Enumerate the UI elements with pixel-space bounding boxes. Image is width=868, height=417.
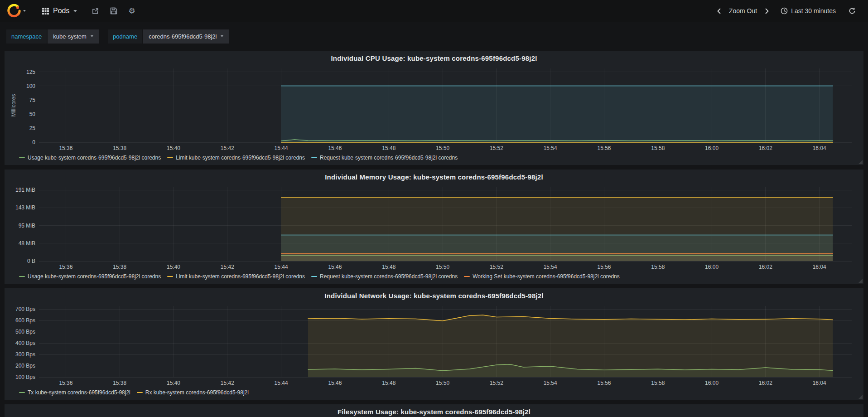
grafana-logo-icon [7,4,21,18]
panel-network-usage: Individual Network Usage: kube-system co… [5,288,863,400]
time-shift-right-button[interactable] [761,5,773,17]
svg-text:15:44: 15:44 [275,380,288,386]
variable-namespace-value: kube-system [53,33,87,40]
legend-label: Working Set kube-system coredns-695f96dc… [473,273,620,280]
svg-text:15:52: 15:52 [490,380,503,386]
grafana-main-menu-button[interactable] [4,0,29,22]
svg-text:200 Bps: 200 Bps [15,363,35,369]
panel-memory-usage: Individual Memory Usage: kube-system cor… [5,170,863,284]
svg-text:15:58: 15:58 [651,264,665,270]
svg-text:143 MiB: 143 MiB [15,204,35,211]
legend-item[interactable]: Request kube-system coredns-695f96dcd5-9… [311,155,458,161]
panel-cpu-usage: Individual CPU Usage: kube-system coredn… [5,51,863,165]
save-dashboard-button[interactable] [110,7,117,15]
cpu-usage-chart[interactable]: 15:3615:3815:4015:4215:4415:4615:4815:50… [9,65,859,153]
legend-item[interactable]: Usage kube-system coredns-695f96dcd5-98j… [19,155,161,161]
svg-text:50: 50 [29,111,36,117]
variable-podname-value-dropdown[interactable]: coredns-695f96dcd5-98j2l [143,29,229,44]
caret-down-icon [73,10,77,12]
svg-text:15:38: 15:38 [113,264,126,270]
svg-text:500 Bps: 500 Bps [15,329,35,335]
svg-text:15:50: 15:50 [436,264,449,270]
svg-text:15:58: 15:58 [651,380,665,386]
share-dashboard-button[interactable] [92,7,99,15]
svg-text:15:56: 15:56 [597,380,611,386]
variable-namespace-value-dropdown[interactable]: kube-system [48,29,99,44]
svg-text:15:40: 15:40 [167,380,180,386]
legend-color-swatch-icon [311,157,317,158]
legend-color-swatch-icon [311,276,317,277]
svg-text:16:00: 16:00 [705,145,719,151]
svg-text:15:54: 15:54 [544,264,557,270]
panel-title[interactable]: Individual Memory Usage: kube-system cor… [9,172,859,183]
svg-text:15:36: 15:36 [59,264,72,270]
svg-text:15:42: 15:42 [221,264,234,270]
legend-item[interactable]: Tx kube-system coredns-695f96dcd5-98j2l [19,389,130,396]
chevron-left-icon [717,8,721,14]
legend-item[interactable]: Working Set kube-system coredns-695f96dc… [464,273,620,280]
time-range-picker-button[interactable]: Last 30 minutes [776,5,840,17]
svg-text:16:02: 16:02 [759,380,772,386]
legend-label: Limit kube-system coredns-695f96dcd5-98j… [176,155,305,161]
legend-item[interactable]: Limit kube-system coredns-695f96dcd5-98j… [167,155,305,161]
legend-item[interactable]: Usage kube-system coredns-695f96dcd5-98j… [19,273,161,280]
legend-color-swatch-icon [19,157,25,158]
dashboard-panels: Individual CPU Usage: kube-system coredn… [0,51,868,417]
legend-color-swatch-icon [19,276,25,277]
panel-resize-handle[interactable] [858,395,863,399]
caret-down-icon [23,10,26,12]
svg-text:16:02: 16:02 [759,264,772,270]
svg-text:300 Bps: 300 Bps [15,351,35,358]
panel-resize-handle[interactable] [858,160,863,164]
variable-podname-label: podname [108,29,142,44]
panel-title[interactable]: Filesystem Usage: kube-system coredns-69… [9,407,859,417]
refresh-button[interactable] [844,5,860,17]
share-icon [92,7,99,15]
svg-text:125: 125 [26,69,35,75]
gear-icon: ⚙ [128,7,135,15]
svg-text:16:02: 16:02 [759,145,772,151]
svg-text:95 MiB: 95 MiB [19,223,35,229]
dashboard-picker-button[interactable]: Pods [39,4,81,18]
svg-text:15:42: 15:42 [221,145,234,151]
panel-filesystem-usage: Filesystem Usage: kube-system coredns-69… [5,404,863,417]
legend-item[interactable]: Request kube-system coredns-695f96dcd5-9… [311,273,458,280]
svg-text:25: 25 [29,125,36,131]
svg-text:Millicores: Millicores [10,94,17,116]
chevron-right-icon [765,8,769,14]
time-range-label: Last 30 minutes [791,7,836,15]
save-icon [110,7,117,15]
svg-text:400 Bps: 400 Bps [15,340,35,346]
svg-text:15:52: 15:52 [490,264,503,270]
svg-text:700 Bps: 700 Bps [15,306,35,312]
svg-text:15:40: 15:40 [167,264,180,270]
panel-resize-handle[interactable] [858,279,863,283]
svg-text:15:40: 15:40 [167,145,180,151]
variable-podname-value: coredns-695f96dcd5-98j2l [149,33,217,40]
panel-title[interactable]: Individual CPU Usage: kube-system coredn… [9,53,859,64]
legend-label: Rx kube-system coredns-695f96dcd5-98j2l [145,389,249,396]
svg-text:15:46: 15:46 [328,380,342,386]
grid-icon [42,8,49,15]
svg-text:16:04: 16:04 [813,145,826,151]
svg-text:15:54: 15:54 [544,145,557,151]
legend-color-swatch-icon [464,276,470,277]
panel-title[interactable]: Individual Network Usage: kube-system co… [9,291,859,301]
dashboard-settings-button[interactable]: ⚙ [128,7,135,15]
time-shift-left-button[interactable] [713,5,725,17]
memory-usage-chart[interactable]: 15:3615:3815:4015:4215:4415:4615:4815:50… [9,184,859,272]
svg-text:16:04: 16:04 [813,380,826,386]
legend-item[interactable]: Rx kube-system coredns-695f96dcd5-98j2l [137,389,249,396]
zoom-out-button[interactable]: Zoom Out [725,5,761,17]
time-controls: Zoom Out Last 30 minutes [713,5,860,17]
svg-text:15:52: 15:52 [490,145,503,151]
legend-label: Request kube-system coredns-695f96dcd5-9… [320,273,458,280]
legend-label: Usage kube-system coredns-695f96dcd5-98j… [28,273,161,280]
svg-text:15:36: 15:36 [59,380,72,386]
legend-label: Limit kube-system coredns-695f96dcd5-98j… [176,273,305,280]
svg-text:15:46: 15:46 [328,145,342,151]
legend-item[interactable]: Limit kube-system coredns-695f96dcd5-98j… [167,273,305,280]
svg-text:48 MiB: 48 MiB [19,240,35,247]
network-usage-chart[interactable]: 15:3615:3815:4015:4215:4415:4615:4815:50… [9,302,859,388]
refresh-icon [849,7,856,15]
